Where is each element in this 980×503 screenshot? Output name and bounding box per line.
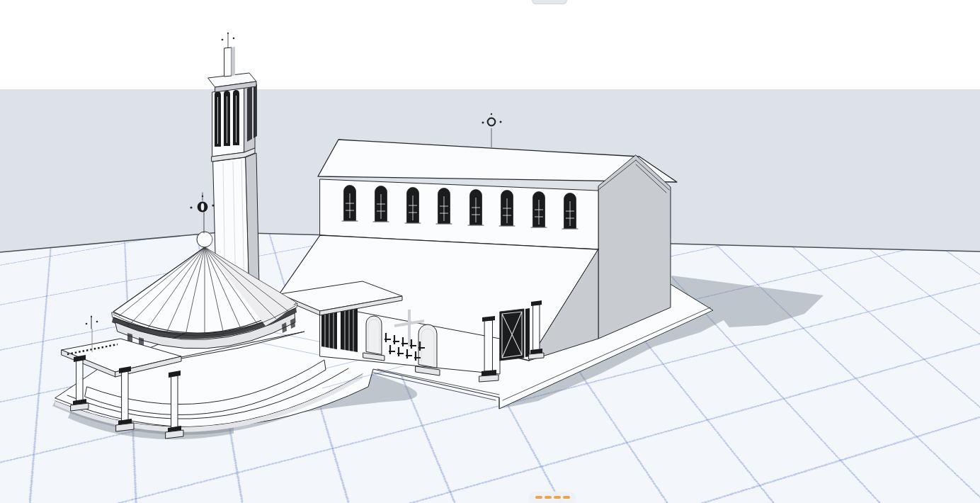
drag-handle-dash xyxy=(535,496,542,499)
drag-handle-dash xyxy=(563,496,570,499)
sky xyxy=(0,0,980,89)
viewport-3d[interactable] xyxy=(0,0,980,503)
dome-sphere xyxy=(197,232,212,247)
app-window: { "app": { "description": "3D modeling v… xyxy=(0,0,980,503)
drag-handle-dash xyxy=(554,496,561,499)
porch-column xyxy=(533,305,540,351)
porch-column xyxy=(485,320,493,371)
gable-end-wall[interactable] xyxy=(598,155,671,339)
drag-handle-dash xyxy=(545,496,552,499)
scene-art xyxy=(0,0,980,503)
toolbar-drag-handle[interactable] xyxy=(528,492,576,503)
spire xyxy=(224,47,232,77)
top-panel-handle[interactable] xyxy=(532,0,567,4)
